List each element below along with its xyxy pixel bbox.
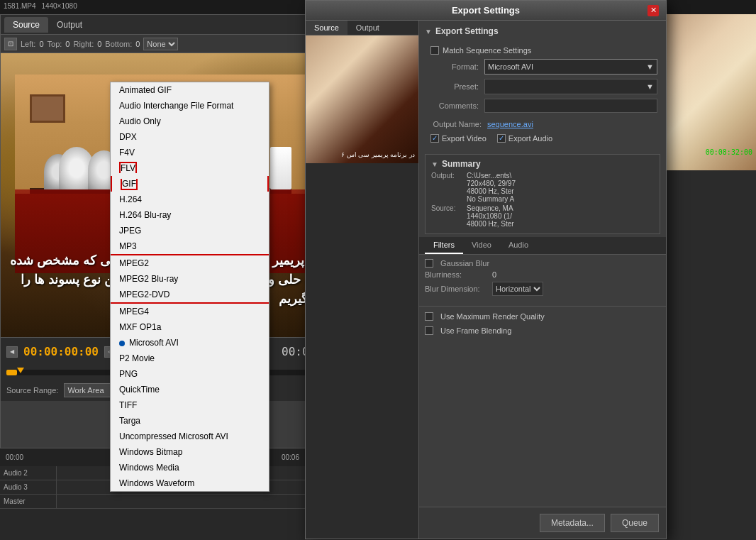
output-name-row: Output Name: sequence.avi bbox=[425, 117, 660, 131]
dropdown-item-label: P2 Movie bbox=[119, 353, 155, 363]
dropdown-item-24[interactable]: Windows Media bbox=[111, 460, 269, 475]
section-header: ▼ Export Settings bbox=[425, 26, 660, 36]
prev-frame-button[interactable]: ◀ bbox=[6, 346, 18, 358]
track-master-content bbox=[57, 495, 305, 508]
dropdown-item-label: TIFF bbox=[119, 400, 137, 410]
gaussian-blur-row: Gaussian Blur bbox=[425, 259, 660, 268]
summary-output-val3: 48000 Hz, Ster bbox=[467, 187, 516, 195]
dialog-output-tab[interactable]: Output bbox=[348, 21, 388, 35]
quality-checkbox[interactable] bbox=[425, 312, 433, 321]
format-select-wrapper: Microsoft AVI ▼ bbox=[484, 59, 657, 75]
dialog-left-panel: Source Output در برنامه پریمیر سی اس ۶ bbox=[306, 21, 419, 539]
source-range-label: Source Range: bbox=[6, 386, 58, 395]
dropdown-item-20[interactable]: TIFF bbox=[111, 397, 269, 413]
frame-blend-row: Use Frame Blending bbox=[419, 324, 666, 338]
export-audio-checkbox[interactable]: ✓ bbox=[497, 134, 506, 143]
comments-input[interactable] bbox=[484, 99, 657, 113]
dialog-right-panel: ▼ Export Settings Match Sequence Setting… bbox=[419, 21, 666, 539]
dropdown-item-label: PNG bbox=[119, 369, 138, 379]
dropdown-item-10[interactable]: MP3 bbox=[111, 238, 269, 254]
preset-select-display[interactable]: ▼ bbox=[484, 79, 657, 94]
gaussian-blur-label: Gaussian Blur bbox=[440, 259, 504, 268]
blurriness-label: Blurriness: bbox=[425, 270, 489, 279]
dropdown-item-5[interactable]: FLV bbox=[111, 160, 269, 176]
dialog-close-button[interactable]: ✕ bbox=[647, 5, 659, 16]
dropdown-item-3[interactable]: DPX bbox=[111, 129, 269, 145]
dropdown-item-6[interactable]: GIF bbox=[111, 176, 269, 192]
tab-audio[interactable]: Audio bbox=[500, 237, 537, 254]
tab-source[interactable]: Source bbox=[4, 17, 48, 33]
quality-label: Use Maximum Render Quality bbox=[440, 312, 545, 321]
summary-source-val2: 1440x1080 (1/ bbox=[467, 212, 514, 220]
queue-button[interactable]: Queue bbox=[611, 514, 659, 532]
dropdown-item-label: Microsoft AVI bbox=[129, 338, 179, 348]
comments-label: Comments: bbox=[428, 101, 484, 110]
dropdown-item-19[interactable]: QuickTime bbox=[111, 382, 269, 397]
dropdown-item-25[interactable]: Windows Waveform bbox=[111, 475, 269, 491]
dropdown-item-8[interactable]: H.264 Blu-ray bbox=[111, 207, 269, 223]
dropdown-item-7[interactable]: H.264 bbox=[111, 192, 269, 207]
dropdown-item-9[interactable]: JPEG bbox=[111, 223, 269, 238]
summary-source-val1: Sequence, MA bbox=[467, 204, 514, 212]
blur-dimension-select[interactable]: Horizontal bbox=[492, 282, 543, 296]
dialog-content: Source Output در برنامه پریمیر سی اس ۶ ▼… bbox=[306, 21, 666, 539]
match-sequence-checkbox[interactable] bbox=[430, 46, 439, 55]
preset-dropdown-arrow: ▼ bbox=[646, 82, 654, 91]
dropdown-item-22[interactable]: Uncompressed Microsoft AVI bbox=[111, 429, 269, 444]
inner-tabs: Filters Video Audio bbox=[419, 237, 666, 255]
dropdown-item-18[interactable]: PNG bbox=[111, 366, 269, 382]
format-dropdown: Animated GIFAudio Interchange File Forma… bbox=[110, 82, 269, 492]
dropdown-item-21[interactable]: Targa bbox=[111, 413, 269, 429]
progress-marker bbox=[17, 368, 24, 373]
summary-source-values: Sequence, MA 1440x1080 (1/ 48000 Hz, Ste… bbox=[467, 204, 514, 228]
preset-row: Preset: ▼ bbox=[425, 79, 660, 94]
dropdown-item-label: Windows Waveform bbox=[119, 478, 194, 488]
section-triangle: ▼ bbox=[425, 28, 432, 35]
none-select[interactable]: None bbox=[143, 38, 178, 50]
dropdown-item-label: Uncompressed Microsoft AVI bbox=[119, 431, 228, 441]
summary-triangle: ▼ bbox=[431, 160, 438, 168]
dropdown-item-17[interactable]: P2 Movie bbox=[111, 351, 269, 366]
blur-dimension-row: Blur Dimension: Horizontal bbox=[425, 282, 660, 296]
output-name-label: Output Name: bbox=[430, 120, 487, 128]
frame-blend-checkbox[interactable] bbox=[425, 326, 433, 335]
tab-output[interactable]: Output bbox=[48, 17, 91, 33]
gaussian-blur-checkbox[interactable] bbox=[425, 259, 433, 268]
summary-title: Summary bbox=[442, 159, 481, 169]
dropdown-item-16[interactable]: Microsoft AVI bbox=[111, 335, 269, 351]
dropdown-item-13[interactable]: MPEG2-DVD bbox=[111, 287, 269, 304]
summary-output-val1: C:\User...ents\ bbox=[467, 172, 516, 180]
format-select-display[interactable]: Microsoft AVI ▼ bbox=[484, 59, 657, 75]
summary-source-key: Source: bbox=[431, 204, 467, 228]
dropdown-item-label: QuickTime bbox=[119, 385, 160, 395]
dropdown-item-label: DPX bbox=[119, 132, 137, 142]
dropdown-item-23[interactable]: Windows Bitmap bbox=[111, 444, 269, 460]
dropdown-item-2[interactable]: Audio Only bbox=[111, 114, 269, 129]
dropdown-item-11[interactable]: MPEG2 bbox=[111, 254, 269, 271]
summary-no-summary: No Summary A bbox=[467, 195, 516, 203]
output-name-link[interactable]: sequence.avi bbox=[487, 120, 533, 128]
export-video-checkbox[interactable]: ✓ bbox=[430, 134, 439, 143]
dropdown-item-14[interactable]: MPEG4 bbox=[111, 304, 269, 319]
file-name: 1581.MP4 bbox=[4, 2, 36, 10]
dialog-source-tab[interactable]: Source bbox=[306, 21, 348, 35]
section-title: Export Settings bbox=[435, 26, 499, 36]
left-label: Left: bbox=[21, 40, 35, 48]
dropdown-item-4[interactable]: F4V bbox=[111, 145, 269, 160]
dropdown-item-12[interactable]: MPEG2 Blu-ray bbox=[111, 271, 269, 287]
dropdown-item-0[interactable]: Animated GIF bbox=[111, 82, 269, 98]
right-label: Right: bbox=[73, 40, 94, 48]
dialog-title-bar: Export Settings ✕ bbox=[306, 1, 666, 21]
tab-video[interactable]: Video bbox=[463, 237, 500, 254]
dropdown-item-label: Animated GIF bbox=[119, 85, 172, 95]
dropdown-item-label: MXF OP1a bbox=[119, 322, 161, 332]
metadata-button[interactable]: Metadata... bbox=[540, 514, 605, 532]
tab-filters[interactable]: Filters bbox=[425, 237, 463, 254]
match-sequence-row: Match Sequence Settings bbox=[425, 42, 660, 59]
blurriness-value: 0 bbox=[492, 270, 496, 279]
dropdown-item-15[interactable]: MXF OP1a bbox=[111, 319, 269, 335]
timeline-title: 00:00 bbox=[6, 453, 23, 461]
blur-dimension-label: Blur Dimension: bbox=[425, 285, 489, 293]
dropdown-item-1[interactable]: Audio Interchange File Format bbox=[111, 98, 269, 114]
crop-button[interactable]: ⊡ bbox=[4, 38, 17, 50]
